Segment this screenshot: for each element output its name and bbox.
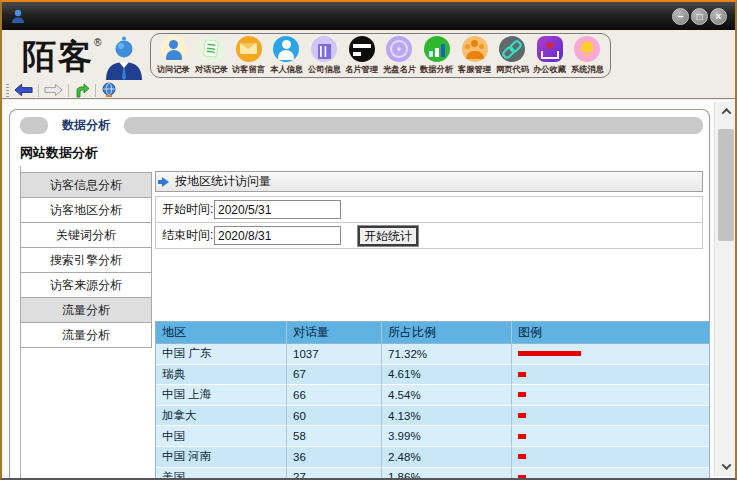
data-analysis-panel: 数据分析 网站数据分析 访客信息分析 访客地区分析 关键词分析 搜索引擎分析 访…	[9, 109, 710, 478]
toolbar-item-my-info[interactable]: 本人信息	[268, 36, 305, 76]
region-stats-table: 地区 对话量 所占比例 图例 中国 广东 1037 71.32% 瑞典 67	[155, 321, 710, 480]
panel-header: 按地区统计访问量	[155, 171, 703, 192]
toolbar-item-web-code[interactable]: 网页代码	[494, 36, 531, 76]
chevron-down-icon	[721, 460, 731, 470]
table-row[interactable]: 中国 上海 66 4.54%	[156, 385, 709, 406]
workspace: 数据分析 网站数据分析 访客信息分析 访客地区分析 关键词分析 搜索引擎分析 访…	[2, 100, 735, 478]
sidebar-item-keyword-analysis[interactable]: 关键词分析	[20, 222, 152, 248]
sidebar-item-visitor-source-analysis[interactable]: 访客来源分析	[20, 272, 152, 298]
toolbar-item-office-favorites[interactable]: 办公收藏	[531, 36, 568, 76]
vertical-scrollbar[interactable]	[714, 102, 736, 476]
table-row[interactable]: 加拿大 60 4.13%	[156, 406, 709, 427]
chat-records-icon	[198, 36, 224, 62]
start-time-input[interactable]	[214, 200, 341, 219]
legend-cell	[512, 468, 709, 480]
toolbar-item-label: 数据分析	[420, 64, 454, 76]
scroll-up-button[interactable]	[715, 102, 737, 121]
titlebar[interactable]: – □ ×	[2, 2, 735, 30]
column-header-legend: 图例	[512, 322, 709, 344]
legend-cell	[512, 406, 709, 427]
tab-data-analysis[interactable]: 数据分析	[62, 117, 110, 134]
toolbar-item-chat-records[interactable]: 对话记录	[193, 36, 230, 76]
toolbar-item-label: 名片管理	[345, 64, 379, 76]
dialogs-cell: 27	[287, 468, 382, 480]
dialogs-cell: 66	[287, 385, 382, 406]
legend-cell	[512, 344, 709, 365]
brand-person-icon	[103, 36, 145, 80]
brand-logo: 陌客 ®	[22, 34, 145, 80]
legend-bar	[518, 372, 526, 377]
forward-icon[interactable]	[44, 83, 63, 97]
toolbar-item-service-management[interactable]: 客服管理	[456, 36, 493, 76]
data-analysis-icon	[424, 36, 450, 62]
table-row[interactable]: 中国 58 3.99%	[156, 426, 709, 447]
refresh-arrow-icon[interactable]	[74, 83, 90, 98]
column-header-percent: 所占比例	[382, 322, 512, 344]
percent-cell: 71.32%	[382, 344, 512, 365]
globe-icon[interactable]	[101, 82, 117, 98]
table-row[interactable]: 瑞典 67 4.61%	[156, 365, 709, 386]
sidebar-item-visitor-info-analysis[interactable]: 访客信息分析	[20, 172, 152, 198]
toolbar-item-visitor-messages[interactable]: 访客留言	[230, 36, 267, 76]
sidebar-item-traffic-analysis-group[interactable]: 流量分析	[20, 297, 152, 323]
toolbar-item-label: 访客留言	[232, 64, 266, 76]
app-icon	[10, 8, 26, 24]
legend-cell	[512, 385, 709, 406]
tab-strip-left-pill[interactable]	[20, 117, 48, 134]
registered-mark: ®	[94, 37, 101, 48]
web-code-icon	[499, 36, 525, 62]
table-row[interactable]: 美国 27 1.86%	[156, 468, 709, 480]
analysis-sidebar: 访客信息分析 访客地区分析 关键词分析 搜索引擎分析 访客来源分析 流量分析 流…	[20, 172, 152, 348]
toolbar-item-label: 客服管理	[457, 64, 491, 76]
legend-bar	[518, 434, 526, 439]
service-management-icon	[462, 36, 488, 62]
panel-title: 按地区统计访问量	[175, 173, 271, 190]
region-cell: 瑞典	[156, 365, 287, 386]
end-time-row: 结束时间: 开始统计	[155, 222, 703, 249]
tab-strip-right-pill[interactable]	[124, 117, 703, 134]
toolbar-item-label: 网页代码	[495, 64, 529, 76]
toolbar-separator	[68, 84, 69, 97]
toolbar-separator	[95, 84, 96, 97]
close-button[interactable]: ×	[710, 8, 727, 25]
toolbar-item-system-messages[interactable]: 系统消息	[569, 36, 606, 76]
start-time-row: 开始时间:	[155, 196, 703, 223]
scrollbar-thumb[interactable]	[718, 129, 734, 241]
table-row[interactable]: 中国 河南 36 2.48%	[156, 447, 709, 468]
toolbar-item-label: 对话记录	[194, 64, 228, 76]
percent-cell: 4.13%	[382, 406, 512, 427]
toolbar-item-card-management[interactable]: 名片管理	[343, 36, 380, 76]
percent-cell: 4.61%	[382, 365, 512, 386]
back-icon[interactable]	[14, 83, 33, 97]
scroll-down-button[interactable]	[715, 457, 737, 476]
company-info-icon	[311, 36, 337, 62]
sidebar-item-search-engine-analysis[interactable]: 搜索引擎分析	[20, 247, 152, 273]
office-favorites-icon	[537, 36, 563, 62]
dialogs-cell: 58	[287, 426, 382, 447]
disc-card-icon	[386, 36, 412, 62]
column-header-dialogs: 对话量	[287, 322, 382, 344]
percent-cell: 1.86%	[382, 468, 512, 480]
toolbar-item-data-analysis[interactable]: 数据分析	[418, 36, 455, 76]
toolbar-item-company-info[interactable]: 公司信息	[306, 36, 343, 76]
window-controls: – □ ×	[672, 8, 727, 25]
maximize-button[interactable]: □	[691, 8, 708, 25]
sidebar-item-traffic-analysis[interactable]: 流量分析	[20, 322, 152, 348]
legend-bar	[518, 351, 581, 356]
region-cell: 中国 广东	[156, 344, 287, 365]
navigation-toolbar	[2, 82, 735, 99]
toolbar-item-label: 光盘名片	[382, 64, 416, 76]
toolbar-item-visit-records[interactable]: 访问记录	[155, 36, 192, 76]
minimize-button[interactable]: –	[672, 8, 689, 25]
toolbar-item-label: 公司信息	[307, 64, 341, 76]
region-cell: 中国 河南	[156, 447, 287, 468]
table-row[interactable]: 中国 广东 1037 71.32%	[156, 344, 709, 365]
end-time-label: 结束时间:	[162, 227, 214, 244]
blue-arrow-icon	[162, 177, 169, 187]
toolbar-item-disc-card[interactable]: 光盘名片	[381, 36, 418, 76]
sidebar-item-visitor-region-analysis[interactable]: 访客地区分析	[20, 197, 152, 223]
end-time-input[interactable]	[214, 226, 341, 245]
start-statistics-button[interactable]: 开始统计	[357, 225, 419, 247]
dialogs-cell: 67	[287, 365, 382, 386]
toolbar-grip[interactable]	[6, 84, 9, 97]
